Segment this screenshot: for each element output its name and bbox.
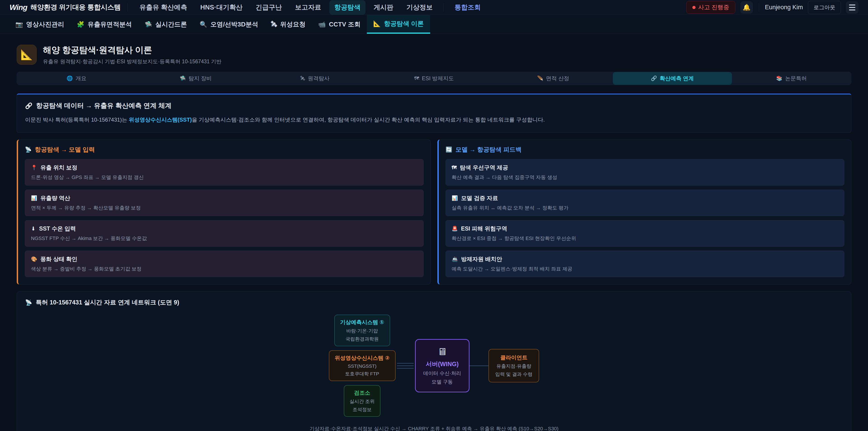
link-icon: 🔗 — [25, 102, 32, 110]
top-navbar: Wing 해양환경 위기대응 통합시스템 유출유 확산예측 HNS·대기확산 긴… — [0, 0, 868, 15]
tab-label: 원격탐사 — [308, 75, 330, 82]
item-description: 확산경로 × ESI 중첩 → 항공탐색 ESI 현장확인 우선순위 — [452, 235, 838, 242]
single-connector-line — [469, 366, 489, 366]
page-header: 📐 해양 항공탐색·원격탐사 이론 유출유 원격탐지·항공감시 기법·ESI 방… — [17, 44, 851, 65]
section-heading: 📡 특허 10-1567431 실시간 자료 연계 네트워크 (도면 9) — [25, 298, 843, 306]
tab-remote-sensing[interactable]: 🛰 원격탐사 — [255, 72, 374, 85]
item-title: 유출 위치 보정 — [40, 164, 77, 171]
node-title: 서버(WING) — [423, 360, 461, 368]
hamburger-icon — [849, 4, 855, 5]
page-subtitle: 유출유 원격탐지·항공감시 기법·ESI 방제정보지도·등록특허 10-1567… — [43, 58, 221, 65]
divider — [443, 3, 444, 12]
node-title: 검조소 — [350, 389, 375, 396]
tab-prediction-linkage[interactable]: 🔗 확산예측 연계 — [613, 72, 732, 85]
tab-label: 탐지 장비 — [188, 75, 212, 82]
divider — [127, 3, 128, 12]
section-tab-bar: 🌐 개요 🛸 탐지 장비 🛰 원격탐사 🗺 ESI 방제지도 🪶 면적 산정 🔗… — [17, 72, 851, 85]
section-body-text: 이문진 박사 특허(등록특허 10-1567431)는 위성영상수신시스템(SS… — [25, 116, 843, 124]
tab-label: ESI 방제지도 — [422, 75, 454, 82]
subnav-item-spill-area-analysis[interactable]: 🧩 유출유면적분석 — [70, 15, 138, 34]
tab-label: 확산예측 연계 — [660, 75, 694, 82]
sst-system-link[interactable]: 위성영상수신시스템(SST) — [129, 117, 192, 123]
tab-overview[interactable]: 🌐 개요 — [17, 72, 136, 85]
app-logo[interactable]: Wing 해양환경 위기대응 통합시스템 — [9, 3, 121, 12]
item-description: 확산 예측 결과 → 다음 탐색 집중구역 자동 생성 — [452, 174, 838, 181]
list-item-response-resource-deployment: 🚢 방제자원 배치안 예측 도달시간 → 오일펜스·방제정 최적 배치 좌표 제… — [445, 251, 844, 277]
subnav-label: 유출유면적분석 — [88, 20, 132, 29]
notifications-button[interactable]: 🔔 — [740, 1, 753, 14]
list-item-spill-volume-estimation: 📊 유출량 역산 면적 × 두께 → 유량 추정 → 확산모델 유출량 보정 — [25, 190, 424, 216]
item-title: SST 수온 입력 — [39, 225, 76, 232]
user-name: Eunjeong Kim — [765, 4, 803, 11]
diagram-caption: 기상자료·수온자료·조석정보 실시간 수신 → CHARRY 조류 + 취송류 … — [25, 425, 843, 431]
item-description: 색상 분류 → 증발비 추정 → 풍화모델 초기값 보정 — [31, 266, 417, 272]
item-title: 방제자원 배치안 — [461, 255, 502, 263]
tab-area-calculation[interactable]: 🪶 면적 산정 — [494, 72, 613, 85]
subnav-item-photo-management[interactable]: 📷 영상사진관리 — [9, 15, 70, 34]
satellite-icon: 🛰 — [300, 75, 305, 81]
puzzle-icon: 🧩 — [77, 21, 85, 28]
item-title: 풍화 상태 확인 — [40, 255, 77, 263]
node-title: 위성영상수신시스템 ② — [335, 355, 390, 362]
incident-badge-label: 사고 진행중 — [698, 3, 729, 11]
subnav-label: 위성요청 — [280, 20, 305, 29]
books-icon: 📚 — [776, 75, 782, 81]
triple-connector-line — [397, 363, 414, 369]
status-dot-icon — [692, 6, 695, 9]
triangular-ruler-icon: 📐 — [17, 45, 37, 65]
item-description: 면적 × 두께 → 유량 추정 → 확산모델 유출량 보정 — [31, 205, 417, 211]
logout-button[interactable]: 로그아웃 — [808, 1, 841, 14]
tab-papers-patents[interactable]: 📚 논문특허 — [732, 72, 851, 85]
ufo-icon: 🛸 — [180, 75, 186, 81]
node-title: 클라이언트 — [495, 354, 532, 361]
drone-icon: 🛸 — [145, 21, 152, 28]
card-model-to-search-feedback: 🔄 모델 → 항공탐색 피드백 🗺 탐색 우선구역 제공 확산 예측 결과 → … — [437, 140, 851, 284]
nav-item-hns-atmospheric[interactable]: HNS·대기확산 — [195, 0, 248, 15]
secondary-nav: 📷 영상사진관리 🧩 유출유면적분석 🛸 실시간드론 🔍 오염/선박3D분석 🛰… — [0, 15, 868, 34]
list-item-weathering-state-check: 🎨 풍화 상태 확인 색상 분류 → 증발비 추정 → 풍화모델 초기값 보정 — [25, 251, 424, 277]
item-title: 유출량 역산 — [40, 194, 70, 202]
list-item-model-validation-data: 📊 모델 검증 자료 실측 유출유 위치 ↔ 예측값 오차 분석 → 정확도 평… — [445, 190, 844, 216]
nav-item-board[interactable]: 게시판 — [369, 0, 398, 15]
nav-item-emergency-rescue[interactable]: 긴급구난 — [251, 0, 287, 15]
link-icon: 🔗 — [651, 75, 657, 81]
satellite-antenna-icon: 📡 — [25, 299, 32, 306]
subnav-label: 오염/선박3D분석 — [211, 20, 258, 29]
globe-icon: 🌐 — [67, 75, 73, 81]
tab-label: 면적 산정 — [546, 75, 569, 82]
nav-item-reports[interactable]: 보고자료 — [290, 0, 326, 15]
node-tide-station: 검조소 실시간 조위 조석정보 — [344, 385, 381, 417]
nav-item-integrated-search[interactable]: 통합조회 — [450, 0, 486, 15]
refresh-icon: 🔄 — [445, 147, 452, 153]
subnav-item-realtime-drone[interactable]: 🛸 실시간드론 — [138, 15, 193, 34]
magnifier-icon: 🔍 — [199, 21, 207, 28]
bar-chart-icon: 📊 — [452, 195, 458, 201]
hamburger-menu-button[interactable] — [846, 1, 859, 14]
subnav-item-aerial-search-theory[interactable]: 📐 항공탐색 이론 — [367, 15, 430, 34]
subnav-label: 영상사진관리 — [26, 20, 64, 29]
divider — [759, 3, 759, 12]
item-description: 드론·위성 영상 → GPS 좌표 → 모델 유출지점 갱신 — [31, 174, 417, 181]
list-item-sst-temperature-input: 🌡 SST 수온 입력 NGSST FTP 수신 → Akima 보간 → 풍화… — [25, 220, 424, 247]
list-item-esi-risk-zone: 🚨 ESI 피해 위험구역 확산경로 × ESI 중첩 → 항공탐색 ESI 현… — [445, 220, 844, 247]
alarm-light-icon: 🚨 — [452, 226, 458, 232]
bell-icon: 🔔 — [743, 4, 750, 11]
list-item-spill-location-correction: 📍 유출 위치 보정 드론·위성 영상 → GPS 좌표 → 모델 유출지점 갱… — [25, 159, 424, 186]
incident-status-badge[interactable]: 사고 진행중 — [686, 1, 735, 14]
subnav-label: 항공탐색 이론 — [384, 20, 424, 28]
tab-esi-map[interactable]: 🗺 ESI 방제지도 — [374, 72, 493, 85]
palette-icon: 🎨 — [31, 256, 37, 262]
subnav-item-satellite-request[interactable]: 🛰 위성요청 — [265, 15, 312, 34]
item-description: NGSST FTP 수신 → Akima 보간 → 풍화모델 수온값 — [31, 235, 417, 242]
nav-item-aerial-search[interactable]: 항공탐색 — [329, 0, 366, 15]
section-heading-text: 항공탐색 데이터 → 유출유 확산예측 연계 체계 — [36, 101, 171, 110]
triangular-ruler-icon: 📐 — [373, 20, 381, 27]
nav-item-oil-spill-prediction[interactable]: 유출유 확산예측 — [134, 0, 192, 15]
flow-cards-row: 📡 항공탐색 → 모델 입력 📍 유출 위치 보정 드론·위성 영상 → GPS… — [17, 140, 851, 284]
nav-item-weather-info[interactable]: 기상정보 — [401, 0, 438, 15]
section-heading: 🔗 항공탐색 데이터 → 유출유 확산예측 연계 체계 — [25, 101, 843, 110]
tab-detection-equipment[interactable]: 🛸 탐지 장비 — [136, 72, 255, 85]
subnav-item-pollution-3d-analysis[interactable]: 🔍 오염/선박3D분석 — [193, 15, 265, 34]
subnav-item-cctv-view[interactable]: 📹 CCTV 조회 — [312, 15, 367, 34]
video-camera-icon: 📹 — [318, 21, 326, 28]
